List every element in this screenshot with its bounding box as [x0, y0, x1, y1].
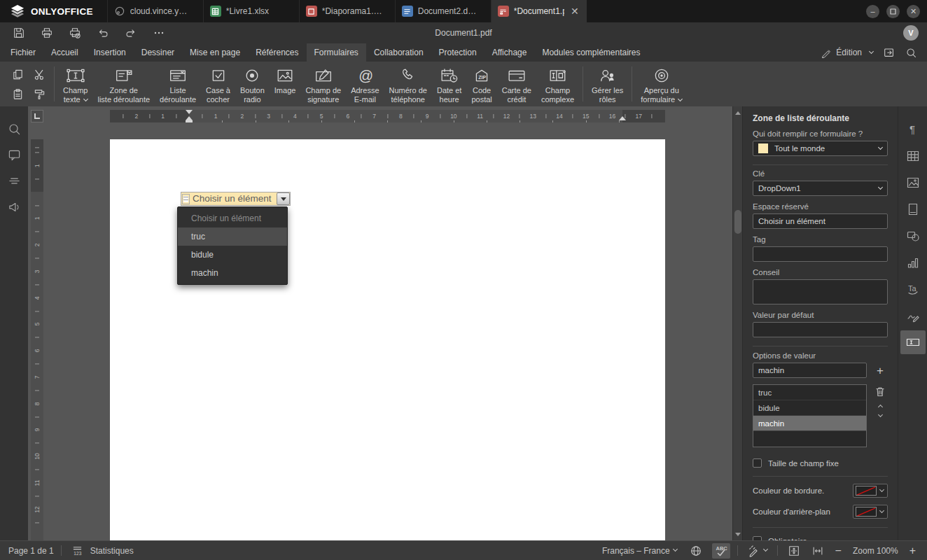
email-field-button[interactable]: @ Adresse E-mail [346, 64, 384, 104]
who-fills-select[interactable]: Tout le monde [753, 141, 888, 156]
chart-settings-icon[interactable] [900, 251, 926, 274]
shape-settings-icon[interactable] [900, 224, 926, 248]
more-actions-icon[interactable] [150, 24, 168, 41]
save-button[interactable] [10, 24, 28, 41]
table-settings-icon[interactable] [900, 144, 926, 168]
menu-references[interactable]: Références [248, 43, 306, 62]
border-color-picker[interactable] [853, 484, 888, 498]
navigation-headings-icon[interactable] [7, 174, 21, 188]
print-button[interactable] [38, 24, 56, 41]
fit-width-button[interactable] [809, 543, 827, 559]
new-option-input[interactable]: machin [753, 363, 867, 378]
phone-field-button[interactable]: Numéro de téléphone [384, 64, 432, 104]
right-indent-marker[interactable] [619, 113, 626, 120]
option-item[interactable] [753, 431, 866, 447]
undo-button[interactable] [94, 24, 112, 41]
open-file-location-button[interactable] [883, 46, 895, 59]
paragraph-settings-icon[interactable]: ¶ [900, 118, 926, 141]
feedback-icon[interactable] [7, 200, 21, 214]
combo-box-button[interactable]: Zone de liste déroulante [92, 64, 155, 104]
document-language-icon[interactable] [687, 543, 705, 559]
menu-insertion[interactable]: Insertion [86, 43, 134, 62]
image-settings-icon[interactable] [900, 171, 926, 195]
tab-pdf-active[interactable]: *Document1.pdf ✕ [491, 0, 587, 22]
scroll-down-arrow[interactable] [733, 531, 743, 540]
menu-mise-en-page[interactable]: Mise en page [182, 43, 248, 62]
manage-roles-button[interactable]: Gérer les rôles [587, 64, 628, 104]
menu-fichier[interactable]: Fichier [3, 43, 43, 62]
menu-affichage[interactable]: Affichage [485, 43, 535, 62]
combo-arrow-button[interactable] [277, 192, 290, 205]
paste-button[interactable] [9, 85, 27, 102]
minimize-button[interactable]: – [866, 5, 879, 18]
spellcheck-button[interactable]: ABC [712, 543, 730, 559]
form-preview-button[interactable]: Aperçu du formulaire [636, 64, 687, 104]
tab-presentation[interactable]: *Diaporama1…. [299, 0, 395, 22]
option-item[interactable]: bidule [753, 400, 866, 416]
search-icon[interactable] [905, 47, 917, 59]
zoom-in-button[interactable]: + [907, 543, 919, 559]
format-painter-button[interactable] [31, 85, 49, 102]
default-value-input[interactable] [753, 322, 888, 337]
add-option-button[interactable]: + [872, 363, 888, 378]
image-button[interactable]: Image [270, 64, 301, 104]
scroll-up-arrow[interactable] [733, 106, 743, 116]
fixed-size-checkbox[interactable] [753, 458, 762, 468]
copy-button[interactable] [9, 66, 27, 83]
header-footer-settings-icon[interactable] [900, 197, 926, 221]
menu-formulaires[interactable]: Formulaires [307, 43, 366, 62]
statistics-icon[interactable]: 123 [69, 543, 86, 559]
text-art-settings-icon[interactable]: Ta [900, 277, 926, 301]
left-indent-marker[interactable] [186, 120, 193, 122]
tab-stop-selector[interactable] [31, 110, 43, 122]
close-tab-icon[interactable]: ✕ [569, 6, 580, 17]
redo-button[interactable] [122, 24, 140, 41]
cut-button[interactable] [31, 66, 49, 83]
option-item-selected[interactable]: machin [753, 416, 866, 431]
language-selector[interactable]: Français – France [602, 546, 677, 556]
page-indicator[interactable]: Page 1 de 1 [8, 546, 54, 556]
zoom-out-button[interactable]: − [832, 543, 844, 559]
signature-field-button[interactable]: Champ de signature [300, 64, 346, 104]
move-option-up-button[interactable] [877, 405, 882, 410]
zip-code-button[interactable]: ZIP Code postal [466, 64, 496, 104]
radio-button-button[interactable]: Bouton radio [235, 64, 270, 104]
text-field-button[interactable]: Champ texte [58, 64, 92, 104]
scrollbar-thumb[interactable] [734, 210, 741, 234]
fit-page-button[interactable] [785, 543, 803, 559]
signature-settings-icon[interactable] [900, 304, 926, 328]
dropdown-list-button[interactable]: Liste déroulante [155, 64, 201, 104]
search-icon[interactable] [7, 122, 21, 136]
dropdown-list-item[interactable]: Choisir un élément [178, 209, 287, 227]
tip-textarea[interactable] [753, 279, 888, 304]
edition-mode-button[interactable]: Édition [821, 48, 873, 58]
complex-field-button[interactable]: Champ complexe [536, 64, 579, 104]
menu-collaboration[interactable]: Collaboration [366, 43, 431, 62]
checkbox-button[interactable]: Case à cocher [201, 64, 235, 104]
background-color-picker[interactable] [853, 505, 888, 519]
credit-card-button[interactable]: Carte de crédit [497, 64, 536, 104]
menu-accueil[interactable]: Accueil [43, 43, 86, 62]
menu-protection[interactable]: Protection [431, 43, 485, 62]
h-ruler[interactable]: 211234567891011121314151617 [110, 110, 665, 122]
placeholder-input[interactable]: Choisir un élément [753, 214, 888, 229]
statistics-label[interactable]: Statistiques [90, 546, 134, 556]
comments-icon[interactable] [7, 148, 21, 162]
key-select[interactable]: DropDown1 [753, 181, 888, 196]
zoom-level[interactable]: Zoom 100% [853, 546, 898, 556]
close-window-button[interactable]: ✕ [907, 5, 920, 18]
hanging-indent-marker[interactable] [186, 113, 193, 120]
option-item[interactable]: truc [753, 385, 866, 400]
delete-option-button[interactable] [875, 386, 885, 397]
tag-input[interactable] [753, 246, 888, 262]
combo-box-form-field[interactable]: Choisir un élément [181, 192, 291, 206]
user-avatar[interactable]: V [903, 25, 919, 41]
tab-spreadsheet[interactable]: *Livre1.xlsx [203, 0, 299, 22]
menu-dessiner[interactable]: Dessiner [134, 43, 182, 62]
maximize-button[interactable] [886, 5, 900, 18]
dropdown-list-item[interactable]: bidule [178, 246, 287, 264]
menu-modules[interactable]: Modules complémentaires [534, 43, 648, 62]
tab-portal[interactable]: cloud.vince.y… [107, 0, 203, 22]
quick-print-button[interactable] [66, 24, 84, 41]
tab-document[interactable]: Document2.d… [395, 0, 491, 22]
